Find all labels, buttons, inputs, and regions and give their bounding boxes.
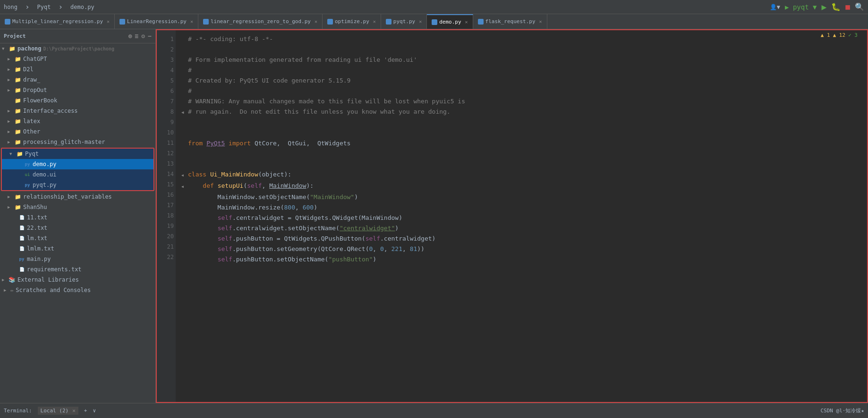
sidebar-item-latex[interactable]: ▶ 📁 latex — [0, 116, 155, 126]
py-file-icon — [432, 19, 437, 25]
sidebar-settings-icon[interactable]: ⚙ — [141, 33, 145, 40]
stop-button[interactable]: ■ — [845, 2, 850, 11]
sidebar-item-pyqt-py[interactable]: py pyqt.py — [2, 180, 153, 190]
sidebar-item-relationship[interactable]: ▶ 📁 relationship_bet_variables — [0, 192, 155, 202]
sidebar-item-processing[interactable]: ▶ 📁 processing_glitch-master — [0, 137, 155, 147]
tab-close-0[interactable]: ✕ — [107, 19, 110, 24]
sidebar-item-mainpy[interactable]: py main.py — [0, 254, 155, 264]
py-file-icon — [119, 19, 125, 25]
sidebar: Project ⊕ ≡ ⚙ − ▼ 📁 pachong D:\PycharmPr… — [0, 29, 156, 403]
folder-icon-flowerbook: 📁 — [14, 98, 22, 104]
breadcrumb-hong[interactable]: hong — [4, 4, 17, 10]
sidebar-item-11txt[interactable]: 📄 11.txt — [0, 212, 155, 223]
folder-icon-d2l: 📁 — [14, 67, 22, 73]
tab-close-2[interactable]: ✕ — [315, 19, 317, 24]
tab-close-3[interactable]: ✕ — [373, 19, 376, 24]
sidebar-item-demo-ui[interactable]: ui demo.ui — [2, 169, 153, 180]
scratches-icon: ✏️ — [10, 287, 14, 293]
tab-linear-zero-god[interactable]: linear_regression_zero_to_god.py ✕ — [198, 14, 323, 29]
code-line-15: ◀ def setupUi(self, MainWindow): — [181, 181, 861, 192]
code-line-13 — [181, 159, 861, 169]
terminal-tab-local[interactable]: Local (2) ✕ — [38, 407, 78, 415]
code-line-11: from PyQt5 import QtCore, QtGui, QtWidge… — [181, 138, 861, 149]
breadcrumb-pyqt[interactable]: Pyqt — [37, 4, 51, 10]
txt-icon-lmlm: 📄 — [18, 246, 26, 251]
sidebar-root-label: pachong — [17, 45, 42, 52]
code-line-17: MainWindow.resize(800, 600) — [181, 202, 861, 213]
txt-icon-lm: 📄 — [18, 236, 26, 241]
tab-close-4[interactable]: ✕ — [419, 19, 422, 24]
code-line-10 — [181, 128, 861, 138]
tab-linearregression[interactable]: LinearRegression.py ✕ — [115, 14, 198, 29]
terminal-add-icon[interactable]: + — [84, 408, 87, 414]
sidebar-item-lmlmtxt[interactable]: 📄 lmlm.txt — [0, 243, 155, 254]
search-icon[interactable]: 🔍 — [855, 2, 864, 11]
sidebar-item-requirementstxt[interactable]: 📄 requirements.txt — [0, 264, 155, 275]
code-line-14: ◀ class Ui_MainWindow(object): — [181, 169, 861, 181]
tab-multiple-linear[interactable]: Multiple_linear_regression.py ✕ — [0, 14, 115, 29]
bottom-bar: Terminal: Local (2) ✕ + ∨ CSDN @l·知冷煖★ — [0, 403, 868, 418]
sidebar-root[interactable]: ▼ 📁 pachong D:\PycharmProject\pachong — [0, 43, 155, 54]
tab-close-6[interactable]: ✕ — [539, 19, 542, 24]
code-line-19: self.centralwidget.setObjectName("centra… — [181, 223, 861, 234]
sidebar-item-d2l[interactable]: ▶ 📁 D2l — [0, 64, 155, 75]
code-line-1: # -*- coding: utf-8 -*- — [181, 34, 861, 44]
tab-demo[interactable]: demo.py ✕ — [427, 14, 473, 29]
code-line-18: self.centralwidget = QtWidgets.QWidget(M… — [181, 213, 861, 223]
code-line-3: # Form implementation generated from rea… — [181, 55, 861, 65]
sidebar-item-demo-py[interactable]: py demo.py — [2, 159, 153, 169]
txt-icon-req: 📄 — [18, 267, 26, 272]
py-file-icon-demo: py — [24, 162, 31, 167]
sidebar-item-flowerbook[interactable]: 📁 FlowerBook — [0, 95, 155, 106]
terminal-chevron-icon[interactable]: ∨ — [93, 408, 96, 414]
sidebar-header: Project ⊕ ≡ ⚙ − — [0, 29, 155, 43]
root-folder-icon: 📁 — [9, 46, 16, 52]
sidebar-tree: ▼ 📁 pachong D:\PycharmProject\pachong ▶ … — [0, 43, 155, 403]
warning-count-1: ▲ 1 — [821, 32, 830, 38]
py-file-icon — [5, 19, 10, 25]
folder-icon-processing: 📁 — [14, 139, 22, 145]
csdn-label: CSDN @l·知冷煖★ — [820, 407, 864, 414]
sidebar-item-draw[interactable]: ▶ 📁 draw_ — [0, 75, 155, 85]
sidebar-collapse-icon[interactable]: ≡ — [135, 33, 139, 40]
user-icon[interactable]: 👤▼ — [770, 4, 780, 10]
line-numbers: 12345 678910 1112131415 1617181920 2122 — [157, 30, 176, 402]
code-line-6: # — [181, 86, 861, 96]
txt-icon-11: 📄 — [18, 215, 26, 220]
run-config[interactable]: ▶ pyqt ▼ — [785, 3, 817, 11]
breadcrumb-file[interactable]: demo.py — [70, 4, 94, 10]
code-line-21: self.pushButton.setGeometry(QtCore.QRect… — [181, 244, 861, 254]
sidebar-toolbar: ⊕ ≡ ⚙ − — [128, 33, 152, 40]
folder-icon-chatgpt: 📁 — [14, 56, 22, 62]
sidebar-item-pyqt[interactable]: ▼ 📁 Pyqt — [2, 149, 153, 159]
sidebar-item-scratches[interactable]: ▶ ✏️ Scratches and Consoles — [0, 285, 155, 295]
terminal-close-icon[interactable]: ✕ — [72, 408, 76, 414]
sidebar-item-shanshu[interactable]: ▶ 📁 ShanShu — [0, 202, 155, 212]
ui-file-icon: ui — [24, 172, 31, 177]
txt-icon-22: 📄 — [18, 226, 26, 230]
sidebar-item-22txt[interactable]: 📄 22.txt — [0, 223, 155, 233]
code-editor[interactable]: # -*- coding: utf-8 -*- # Form implement… — [176, 30, 867, 402]
tab-close-1[interactable]: ✕ — [190, 19, 193, 24]
top-bar: hong › Pyqt › demo.py 👤▼ ▶ pyqt ▼ ▶ 🐛 ■ … — [0, 0, 868, 14]
sidebar-item-external-libraries[interactable]: ▶ 📚 External Libraries — [0, 275, 155, 285]
py-file-icon — [327, 19, 333, 25]
folder-icon-other: 📁 — [14, 129, 22, 135]
tab-flask[interactable]: flask_request.py ✕ — [473, 14, 547, 29]
folder-icon-pyqt: 📁 — [16, 151, 24, 157]
debug-button[interactable]: 🐛 — [831, 2, 841, 11]
sidebar-add-icon[interactable]: ⊕ — [128, 33, 132, 40]
run-button[interactable]: ▶ — [822, 2, 827, 12]
sidebar-item-interface[interactable]: ▶ 📁 Interface_access — [0, 106, 155, 116]
tab-optimize[interactable]: optimize.py ✕ — [323, 14, 381, 29]
tab-pyqt[interactable]: pyqt.py ✕ — [381, 14, 427, 29]
sidebar-item-chatgpt[interactable]: ▶ 📁 ChatGPT — [0, 54, 155, 64]
sidebar-close-icon[interactable]: − — [148, 33, 152, 40]
folder-icon-draw: 📁 — [14, 77, 22, 83]
tab-close-5[interactable]: ✕ — [465, 19, 468, 25]
sidebar-item-dropout[interactable]: ▶ 📁 DropOut — [0, 85, 155, 95]
code-line-5: # Created by: PyQt5 UI code generator 5.… — [181, 75, 861, 86]
code-line-4: # — [181, 65, 861, 75]
sidebar-item-other[interactable]: ▶ 📁 Other — [0, 126, 155, 137]
sidebar-item-lmtxt[interactable]: 📄 lm.txt — [0, 233, 155, 243]
